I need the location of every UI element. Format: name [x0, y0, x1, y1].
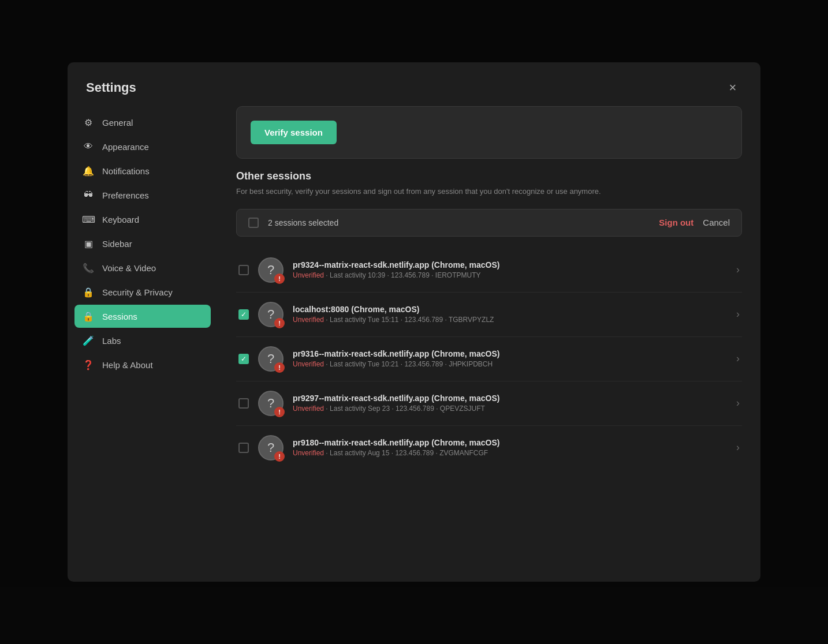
session-info-0: pr9324--matrix-react-sdk.netlify.app (Ch… [293, 260, 727, 279]
session-info-2: pr9316--matrix-react-sdk.netlify.app (Ch… [293, 349, 727, 368]
unverified-badge-3: ! [274, 407, 285, 417]
session-status-0: Unverified [293, 271, 324, 279]
verify-session-card: Verify session [236, 106, 742, 159]
sidebar-item-preferences[interactable]: 🕶 Preferences [74, 184, 211, 207]
unverified-badge-1: ! [274, 318, 285, 328]
modal-title: Settings [86, 80, 136, 95]
sidebar-item-security-privacy[interactable]: 🔒 Security & Privacy [74, 280, 211, 304]
voice-video-icon: 📞 [83, 262, 94, 274]
keyboard-icon: ⌨ [83, 214, 94, 225]
sidebar-item-notifications[interactable]: 🔔 Notifications [74, 159, 211, 182]
session-item[interactable]: ? ! pr9297--matrix-react-sdk.netlify.app… [236, 381, 742, 426]
session-meta-0: Unverified · Last activity 10:39 · 123.4… [293, 271, 727, 279]
session-checkbox-0[interactable] [238, 265, 249, 275]
sidebar-item-voice-video[interactable]: 📞 Voice & Video [74, 256, 211, 279]
sidebar-item-label-general: General [102, 118, 133, 128]
session-status-2: Unverified [293, 360, 324, 368]
notifications-icon: 🔔 [83, 165, 94, 177]
session-avatar-2: ? ! [258, 346, 284, 372]
session-chevron-4: › [736, 441, 740, 454]
other-sessions-section: Other sessions For best security, verify… [236, 170, 742, 197]
select-all-checkbox[interactable] [248, 218, 259, 228]
verify-session-button[interactable]: Verify session [251, 121, 337, 144]
session-name-1: localhost:8080 (Chrome, macOS) [293, 305, 727, 314]
unverified-badge-0: ! [274, 274, 285, 284]
session-info-3: pr9297--matrix-react-sdk.netlify.app (Ch… [293, 394, 727, 413]
sidebar-item-label-sidebar: Sidebar [102, 239, 132, 249]
session-avatar-3: ? ! [258, 391, 284, 416]
sidebar-item-help-about[interactable]: ❓ Help & About [74, 353, 211, 376]
close-button[interactable]: × [723, 78, 742, 97]
sign-out-button[interactable]: Sign out [659, 218, 693, 227]
session-info-1: localhost:8080 (Chrome, macOS) Unverifie… [293, 305, 727, 324]
session-item[interactable]: ? ! pr9324--matrix-react-sdk.netlify.app… [236, 248, 742, 293]
session-name-2: pr9316--matrix-react-sdk.netlify.app (Ch… [293, 349, 727, 358]
unverified-badge-2: ! [274, 362, 285, 373]
session-name-3: pr9297--matrix-react-sdk.netlify.app (Ch… [293, 394, 727, 403]
sidebar-item-appearance[interactable]: 👁 Appearance [74, 135, 211, 158]
session-item[interactable]: ? ! pr9316--matrix-react-sdk.netlify.app… [236, 337, 742, 381]
session-checkbox-1[interactable] [238, 309, 249, 320]
session-avatar-1: ? ! [258, 302, 284, 327]
modal-overlay: Settings × ⚙ General 👁 Appearance 🔔 Noti… [0, 0, 828, 644]
session-meta-2: Unverified · Last activity Tue 10:21 · 1… [293, 360, 727, 368]
session-avatar-0: ? ! [258, 257, 284, 283]
session-status-3: Unverified [293, 405, 324, 413]
sidebar-item-label-notifications: Notifications [102, 166, 150, 176]
other-sessions-desc: For best security, verify your sessions … [236, 186, 742, 197]
session-status-1: Unverified [293, 316, 324, 324]
sessions-toolbar: 2 sessions selected Sign out Cancel [236, 209, 742, 237]
settings-modal: Settings × ⚙ General 👁 Appearance 🔔 Noti… [68, 62, 760, 582]
session-checkbox-4[interactable] [238, 443, 249, 453]
sidebar-item-label-sessions: Sessions [102, 312, 137, 321]
sidebar-item-sessions[interactable]: 🔒 Sessions [74, 305, 211, 328]
sidebar-item-label-preferences: Preferences [102, 190, 149, 200]
sidebar-item-label-security-privacy: Security & Privacy [102, 287, 173, 297]
session-list: ? ! pr9324--matrix-react-sdk.netlify.app… [236, 248, 742, 470]
session-meta-4: Unverified · Last activity Aug 15 · 123.… [293, 449, 727, 457]
session-chevron-1: › [736, 308, 740, 320]
modal-body: ⚙ General 👁 Appearance 🔔 Notifications 🕶… [68, 106, 760, 582]
other-sessions-title: Other sessions [236, 170, 742, 182]
session-chevron-2: › [736, 353, 740, 365]
session-name-0: pr9324--matrix-react-sdk.netlify.app (Ch… [293, 260, 727, 269]
sidebar-icon: ▣ [83, 238, 94, 249]
session-chevron-3: › [736, 397, 740, 409]
sidebar-item-label-help-about: Help & About [102, 360, 153, 370]
appearance-icon: 👁 [83, 141, 94, 152]
session-meta-1: Unverified · Last activity Tue 15:11 · 1… [293, 316, 727, 324]
help-about-icon: ❓ [83, 359, 94, 370]
session-status-4: Unverified [293, 449, 324, 457]
security-privacy-icon: 🔒 [83, 286, 94, 298]
sidebar-item-label-keyboard: Keyboard [102, 215, 139, 224]
session-item[interactable]: ? ! localhost:8080 (Chrome, macOS) Unver… [236, 293, 742, 337]
session-avatar-4: ? ! [258, 435, 284, 460]
sidebar: ⚙ General 👁 Appearance 🔔 Notifications 🕶… [68, 106, 218, 582]
session-checkbox-3[interactable] [238, 398, 249, 409]
labs-icon: 🧪 [83, 335, 94, 346]
general-icon: ⚙ [83, 117, 94, 128]
modal-header: Settings × [68, 62, 760, 106]
session-name-4: pr9180--matrix-react-sdk.netlify.app (Ch… [293, 438, 727, 447]
session-checkbox-2[interactable] [238, 354, 249, 364]
preferences-icon: 🕶 [83, 189, 94, 201]
main-content: Verify session Other sessions For best s… [218, 106, 760, 582]
sidebar-item-general[interactable]: ⚙ General [74, 111, 211, 134]
sidebar-item-label-voice-video: Voice & Video [102, 263, 156, 273]
sessions-icon: 🔒 [83, 310, 94, 322]
sidebar-item-label-appearance: Appearance [102, 142, 149, 152]
sessions-selected-count: 2 sessions selected [268, 218, 650, 227]
sidebar-item-keyboard[interactable]: ⌨ Keyboard [74, 208, 211, 231]
sidebar-item-sidebar[interactable]: ▣ Sidebar [74, 232, 211, 255]
sidebar-item-labs[interactable]: 🧪 Labs [74, 329, 211, 352]
sidebar-item-label-labs: Labs [102, 336, 121, 346]
session-item[interactable]: ? ! pr9180--matrix-react-sdk.netlify.app… [236, 426, 742, 470]
session-chevron-0: › [736, 264, 740, 276]
unverified-badge-4: ! [274, 451, 285, 462]
cancel-button[interactable]: Cancel [703, 218, 730, 227]
session-meta-3: Unverified · Last activity Sep 23 · 123.… [293, 405, 727, 413]
session-info-4: pr9180--matrix-react-sdk.netlify.app (Ch… [293, 438, 727, 457]
